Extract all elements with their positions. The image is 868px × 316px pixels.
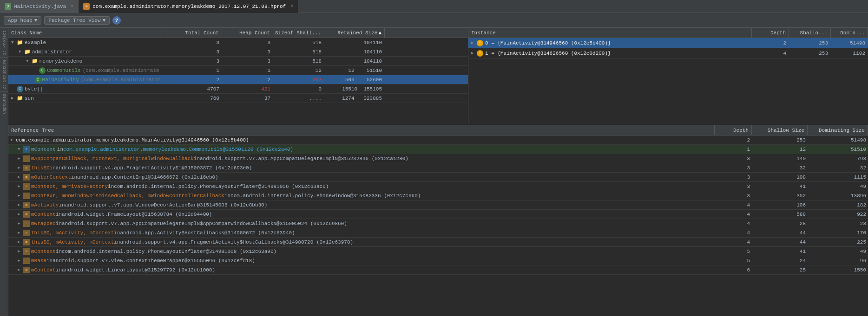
td-heap-admin: 3: [222, 47, 273, 56]
ref-expand-mwindow[interactable]: ▶: [18, 193, 22, 198]
th-retained[interactable]: Retained Size ▲: [324, 28, 385, 38]
th-class-name[interactable]: Class Name: [8, 28, 166, 38]
ref-row-mcontext-frame[interactable]: ▶ = mContext in android.widget.FrameLayo…: [8, 210, 868, 219]
ref-row-host-callbacks[interactable]: ▶ = this$0, mActivity, mContext in andro…: [8, 228, 868, 238]
ref-name-mcontext-linear: ▶ = mContext in android.widget.LinearLay…: [8, 265, 715, 274]
th-ref-shallow[interactable]: Shallow Size: [752, 125, 808, 135]
ref-row-root[interactable]: ▼ com.example.administrator.memoryleakde…: [8, 135, 868, 145]
ref-row-mwindow[interactable]: ▶ = mContext, mOnWindowDismissedCallback…: [8, 191, 868, 200]
table-row[interactable]: ▼ 📁 memoryleakdemo 3 3 518 104110: [8, 57, 468, 66]
instance-label-0: ▶ ! 0 = {MainActivity@314946560 (0x12c5b…: [468, 38, 752, 48]
tab-close-main-activity[interactable]: ×: [71, 4, 73, 9]
class-icon-main: C: [35, 77, 41, 83]
table-row[interactable]: C CommonUtils (com.example.administrate …: [8, 66, 468, 75]
td-sizeof-admin: 518: [273, 47, 324, 56]
ref-name-mappcompat: ▶ = mAppCompatCallback, mContext, mOrigi…: [8, 154, 715, 163]
table-row-main-activity[interactable]: C MainActivity (com.example.administrato…: [8, 75, 468, 84]
mwrapped-text: mWrapped: [31, 221, 56, 226]
ref-row-mappcompat[interactable]: ▶ = mAppCompatCallback, mContext, mOrigi…: [8, 154, 868, 163]
ref-expand-root[interactable]: ▼: [10, 138, 15, 142]
ref-row-moutercontext[interactable]: ▶ = mOuterContext in android.app.Context…: [8, 173, 868, 182]
ref-expand-mcontext-linear[interactable]: ▶: [18, 267, 22, 272]
ref-domin-mcontext-frame: 922: [808, 210, 868, 219]
ref-row-mactivity-decor[interactable]: ▶ = mActivity in android.support.v7.app.…: [8, 200, 868, 210]
ref-expand-host-callbacks[interactable]: ▶: [18, 230, 22, 235]
ref-row-mcontext-linear[interactable]: ▶ = mContext in android.widget.LinearLay…: [8, 265, 868, 275]
th-heap-count[interactable]: Heap Count: [222, 28, 273, 38]
tab-hprof[interactable]: H com.example.administrator.memoryleakde…: [79, 0, 298, 13]
in-text13: in: [46, 258, 53, 264]
expand-example[interactable]: ▼: [11, 40, 16, 45]
ref-name-mwrapped: ▶ = mWrapped in android.support.v7.app.A…: [8, 219, 715, 228]
th-shallow[interactable]: Shallo...: [789, 28, 831, 38]
table-row[interactable]: ▼ 📁 administrator 3 3 518 104110: [8, 47, 468, 57]
in-text14: in: [56, 267, 62, 273]
th-ref-domin[interactable]: Dominating Size: [808, 125, 868, 135]
th-sizeof[interactable]: Sizeof Shall...: [273, 28, 324, 38]
ref-expand-mcontext-frame[interactable]: ▶: [18, 212, 22, 217]
td-sizeof-sun: ....: [273, 94, 324, 103]
ref-row-mcontext[interactable]: ▼ = mContext in com.example.administrato…: [8, 145, 868, 154]
ref-expand-mappcompat[interactable]: ▶: [18, 156, 22, 161]
ref-row-phone-inflater2[interactable]: ▶ = mContext in com.android.internal.pol…: [8, 247, 868, 256]
ref-expand-mwrapped[interactable]: ▶: [18, 221, 22, 226]
package-tree-dropdown[interactable]: Package Tree View ▼: [44, 16, 110, 25]
inst-expand-0[interactable]: ▶: [471, 40, 476, 45]
ref-expand-mprivatefactory[interactable]: ▶: [18, 184, 22, 189]
expand-sun[interactable]: ▶: [11, 96, 16, 101]
expand-mlk[interactable]: ▼: [26, 59, 31, 64]
ref-expand-this0[interactable]: ▶: [18, 165, 22, 170]
th-instance[interactable]: Instance: [468, 28, 752, 38]
td-total-byte: 4707: [166, 84, 222, 93]
ref-domin-mcontext: 51510: [808, 145, 868, 154]
field-icon-fragment-host: =: [23, 239, 30, 245]
ref-expand-moutercontext[interactable]: ▶: [18, 174, 22, 180]
field-icon-mcontext: =: [23, 146, 30, 153]
ref-depth-mcontext: 1: [715, 145, 752, 154]
ref-row-fragment-host[interactable]: ▶ = this$0, mActivity, mContext in andro…: [8, 238, 868, 247]
ref-depth-mbase: 5: [715, 256, 752, 265]
th-total-count[interactable]: Total Count: [166, 28, 222, 38]
ref-depth-mactivity-decor: 4: [715, 200, 752, 209]
tab-main-activity[interactable]: J MainActivity.java ×: [0, 0, 79, 13]
ref-row-mbase[interactable]: ▶ = mBase in android.support.v7.view.Con…: [8, 256, 868, 265]
instance-row-1[interactable]: ▶ ! 1 = {MainActivity@314626560 (0x12c0d…: [468, 48, 868, 58]
td-class-byte: C byte[]: [8, 84, 166, 93]
ref-row-mwrapped[interactable]: ▶ = mWrapped in android.support.v7.app.A…: [8, 219, 868, 228]
java-icon: J: [5, 3, 11, 10]
ref-expand-fragment-host[interactable]: ▶: [18, 239, 22, 245]
th-domin[interactable]: Domin...: [831, 28, 868, 38]
ref-domin-mprivatefactory: 49: [808, 182, 868, 191]
instance-header: Instance Depth Shallo... Domin...: [468, 28, 868, 38]
ref-expand-mbase[interactable]: ▶: [18, 258, 22, 263]
field-icon-host-callbacks: =: [23, 230, 30, 236]
table-row-byte[interactable]: C byte[] 4707 421 0 15510 155105: [8, 84, 468, 94]
ref-expand-phone-inflater2[interactable]: ▶: [18, 249, 22, 254]
ref-row-this0-fragment[interactable]: ▶ = this$0 in android.support.v4.app.Fra…: [8, 163, 868, 173]
mactivity-decor-text: mActivity: [31, 202, 59, 208]
in-text8: in: [56, 212, 62, 217]
tab-close-hprof[interactable]: ×: [290, 4, 293, 9]
ref-row-mprivatefactory[interactable]: ▶ = mContext, mPrivateFactory in com.and…: [8, 182, 868, 191]
field-mappcompat-text: mAppCompatCallback, mContext, mOriginalW…: [31, 156, 194, 161]
app-heap-dropdown[interactable]: App heap ▼: [4, 16, 41, 25]
th-ref-depth[interactable]: Depth: [715, 125, 752, 135]
in-text6: in: [224, 193, 230, 199]
table-row[interactable]: ▼ 📁 example 3 3 518 104110: [8, 38, 468, 47]
table-row-sun[interactable]: ▶ 📁 sun 760 37 .... 1274 323885: [8, 94, 468, 103]
mbase-ref: android.support.v7.view.ContextThemeWrap…: [53, 258, 255, 264]
mcontext-frame-text: mContext: [31, 212, 56, 217]
instance-row-0[interactable]: ▶ ! 0 = {MainActivity@314946560 (0x12c5b…: [468, 38, 868, 48]
td-retained-main: 506 52600: [324, 75, 385, 84]
th-depth[interactable]: Depth: [752, 28, 789, 38]
inst-expand-1[interactable]: ▶: [471, 51, 476, 56]
ref-expand-mactivity-decor[interactable]: ▶: [18, 202, 22, 207]
ref-expand-mcontext[interactable]: ▼: [18, 147, 22, 152]
in-text7: in: [59, 202, 65, 208]
ref-shallow-phone-inflater2: 41: [752, 247, 808, 256]
field-icon-mprivatefactory: =: [23, 183, 30, 190]
expand-admin[interactable]: ▼: [19, 50, 23, 54]
ref-shallow-root: 253: [752, 135, 808, 144]
ref-domin-mwindow: 13896: [808, 191, 868, 200]
help-button[interactable]: ?: [112, 16, 121, 25]
